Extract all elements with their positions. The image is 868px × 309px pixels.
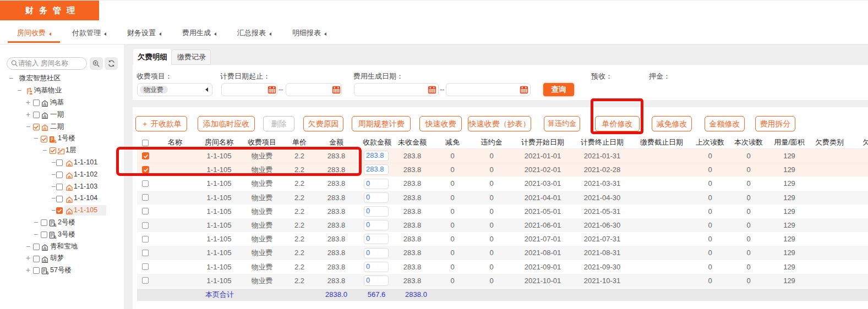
svg-text:F: F (58, 148, 61, 151)
